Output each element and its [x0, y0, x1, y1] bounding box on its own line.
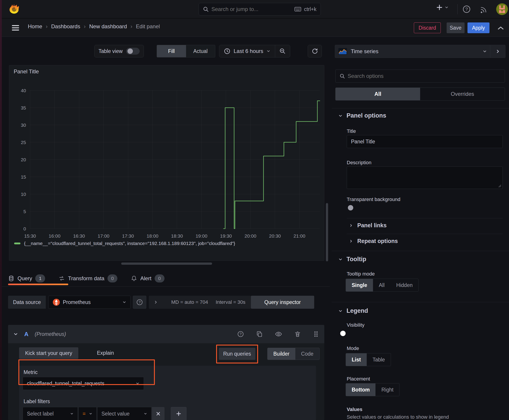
tab-alert[interactable]: Alert 0	[131, 274, 164, 283]
actual-option[interactable]: Actual	[186, 45, 215, 57]
datasource-help-button[interactable]: ?	[133, 296, 146, 309]
viz-picker-button[interactable]: Time series	[335, 45, 490, 58]
metric-select[interactable]: cloudflared_tunnel_total_requests	[23, 377, 144, 390]
breadcrumb-home[interactable]: Home	[28, 23, 42, 30]
drag-handle-icon[interactable]	[313, 331, 319, 338]
zoom-out-button[interactable]	[275, 45, 290, 57]
chevron-up-icon[interactable]	[497, 26, 504, 30]
builder-option[interactable]: Builder	[267, 348, 295, 360]
tab-query[interactable]: Query 1	[8, 274, 45, 283]
options-tabs: All Overrides	[335, 88, 505, 100]
new-menu-button[interactable]	[436, 4, 449, 11]
legend-mode-table[interactable]: Table	[367, 353, 391, 366]
visibility-label: Visibility	[347, 322, 365, 328]
metric-label: Metric	[23, 369, 38, 375]
datasource-picker[interactable]: Prometheus	[48, 296, 131, 309]
query-inspector-button[interactable]: Query inspector	[251, 296, 314, 309]
query-ref-id: A	[24, 331, 29, 338]
window-edge-strip	[0, 0, 2, 420]
breadcrumb-new-dashboard[interactable]: New dashboard	[89, 23, 127, 30]
tab-query-label: Query	[17, 275, 32, 282]
tab-overrides[interactable]: Overrides	[420, 88, 505, 100]
chevron-down-icon	[136, 381, 140, 385]
apply-button[interactable]: Apply	[467, 22, 489, 33]
tooltip-mode-all[interactable]: All	[373, 279, 390, 292]
breadcrumb: Home › Dashboards › New dashboard › Edit…	[28, 23, 160, 30]
news-rss-icon[interactable]	[480, 5, 488, 14]
add-filter-button[interactable]	[171, 407, 187, 420]
eye-icon[interactable]	[275, 330, 282, 338]
table-view-toggle[interactable]	[126, 48, 140, 54]
panel-resize-handle[interactable]	[121, 262, 212, 265]
promql-builder-body: Metric cloudflared_tunnel_total_requests…	[19, 366, 316, 420]
query-help-icon[interactable]: ?	[237, 331, 244, 338]
interval: Interval = 30s	[216, 299, 245, 305]
svg-text:40: 40	[21, 88, 26, 93]
tab-all[interactable]: All	[335, 88, 420, 100]
select-label-dropdown[interactable]: Select label	[23, 407, 78, 420]
tooltip-header[interactable]: Tooltip	[338, 256, 366, 263]
duplicate-icon[interactable]	[256, 331, 263, 338]
breadcrumb-bar: Home › Dashboards › New dashboard › Edit…	[2, 18, 509, 37]
placement-right[interactable]: Right	[375, 383, 399, 396]
help-icon[interactable]: ?	[462, 5, 471, 14]
panel-links-header[interactable]: Panel links	[349, 222, 387, 229]
hamburger-menu-icon[interactable]	[12, 25, 19, 31]
datasource-label: Data source	[8, 296, 46, 309]
tooltip-mode-single[interactable]: Single	[346, 279, 373, 292]
trash-icon[interactable]	[294, 331, 301, 338]
query-options-summary[interactable]: MD = auto = 704 Interval = 30s	[149, 296, 251, 309]
discard-button[interactable]: Discard	[414, 22, 441, 33]
breadcrumb-dashboards[interactable]: Dashboards	[51, 23, 80, 30]
legend-mode-label: Mode	[347, 345, 359, 351]
resize-grip-icon[interactable]	[498, 184, 501, 188]
tooltip-mode-hidden[interactable]: Hidden	[390, 279, 418, 292]
panel-title-input[interactable]	[347, 135, 503, 148]
fill-option[interactable]: Fill	[157, 45, 186, 57]
legend-swatch	[14, 242, 20, 244]
save-button[interactable]: Save	[447, 22, 464, 33]
chevron-down-icon	[122, 300, 126, 304]
breadcrumb-separator: ›	[46, 23, 48, 30]
chart-legend[interactable]: {__name__="cloudflared_tunnel_total_requ…	[14, 241, 235, 246]
tab-alert-label: Alert	[140, 275, 151, 282]
bell-icon	[131, 275, 137, 282]
viz-picker-row: Time series	[335, 45, 505, 58]
refresh-button[interactable]	[308, 45, 322, 57]
tooltip-mode-label: Tooltip mode	[347, 271, 375, 277]
repeat-options-label: Repeat options	[357, 238, 398, 244]
repeat-options-header[interactable]: Repeat options	[349, 238, 398, 244]
chevron-down-icon	[483, 49, 487, 54]
search-input[interactable]	[211, 6, 292, 12]
search-icon	[203, 6, 209, 12]
query-row-header[interactable]: A (Prometheus) ?	[8, 325, 324, 343]
breadcrumb-edit-panel: Edit panel	[136, 23, 160, 30]
kick-start-button[interactable]: Kick start your query	[19, 347, 78, 359]
chevron-right-icon	[349, 224, 353, 227]
options-search-input[interactable]	[348, 73, 501, 79]
user-avatar[interactable]	[496, 3, 508, 15]
global-search-box[interactable]: ctrl+k	[199, 3, 321, 15]
breadcrumb-separator: ›	[84, 23, 85, 30]
legend-mode-list[interactable]: List	[346, 353, 367, 366]
operator-dropdown[interactable]: =	[78, 407, 97, 420]
select-value-dropdown[interactable]: Select value	[97, 407, 152, 420]
remove-filter-button[interactable]	[152, 407, 165, 420]
code-option[interactable]: Code	[295, 348, 319, 360]
legend-header[interactable]: Legend	[338, 307, 368, 314]
vertical-scrollbar[interactable]	[326, 203, 328, 261]
description-textarea[interactable]	[347, 166, 503, 189]
grafana-logo-icon[interactable]	[8, 4, 20, 15]
sub-divider	[347, 218, 503, 218]
query-tabs: Query 1 Transform data 0 Alert 0	[8, 272, 165, 285]
time-range-picker[interactable]: Last 6 hours	[219, 45, 275, 57]
tab-transform[interactable]: Transform data 0	[59, 274, 117, 283]
collapse-chevron-icon[interactable]	[14, 332, 18, 336]
options-search-box[interactable]	[335, 69, 505, 82]
placement-bottom[interactable]: Bottom	[346, 383, 375, 396]
panel-options-header[interactable]: Panel options	[338, 112, 386, 119]
collapse-pane-button[interactable]	[490, 45, 505, 58]
transparent-bg-label: Transparent background	[347, 196, 400, 202]
run-queries-button[interactable]: Run queries	[219, 348, 255, 360]
help-circle-icon: ?	[136, 299, 143, 306]
